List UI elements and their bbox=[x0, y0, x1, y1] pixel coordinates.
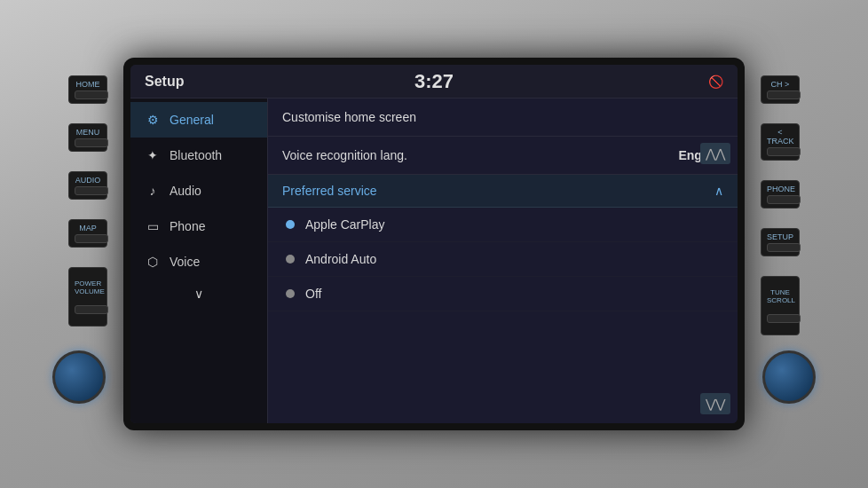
nav-item-phone[interactable]: ▭ Phone bbox=[130, 209, 267, 244]
hw-btn-power-volume[interactable]: POWER VOLUME bbox=[68, 267, 107, 327]
android-auto-option[interactable]: Android Auto bbox=[268, 242, 738, 277]
general-icon: ⚙ bbox=[145, 113, 161, 127]
nav-item-voice[interactable]: ⬡ Voice bbox=[130, 244, 267, 279]
nav-label-phone: Phone bbox=[170, 219, 205, 233]
preferred-service-label: Preferred service bbox=[282, 184, 377, 198]
hw-btn-phone[interactable]: PHONE bbox=[761, 180, 800, 209]
main-content: ⚙ General ✦ Bluetooth ♪ Audio ▭ Phone ⬡ bbox=[130, 98, 738, 423]
hw-btn-ch[interactable]: CH > bbox=[761, 75, 800, 104]
screen: Setup 3:27 🚫 ⚙ General ✦ Bluetooth ♪ Aud… bbox=[130, 65, 738, 423]
apple-carplay-option[interactable]: Apple CarPlay bbox=[268, 208, 738, 242]
nav-more-button[interactable]: ∨ bbox=[130, 279, 267, 308]
chevron-down-icon: ⋁⋁ bbox=[706, 397, 725, 411]
nav-label-bluetooth: Bluetooth bbox=[170, 148, 222, 162]
hw-btn-menu[interactable]: MENU bbox=[68, 123, 107, 152]
preferred-service-header[interactable]: Preferred service ∧ bbox=[268, 175, 738, 208]
android-auto-label: Android Auto bbox=[305, 252, 376, 266]
off-option[interactable]: Off bbox=[268, 277, 738, 311]
customise-home-screen-row[interactable]: Customise home screen bbox=[268, 98, 738, 137]
off-radio bbox=[286, 289, 295, 298]
voice-lang-label: Voice recognition lang. bbox=[282, 148, 407, 162]
customise-label: Customise home screen bbox=[282, 110, 416, 124]
right-hardware-buttons: CH > < TRACK PHONE SETUP TUNE SCROLL bbox=[761, 75, 800, 335]
screen-title: Setup bbox=[145, 74, 184, 90]
hw-btn-map[interactable]: MAP bbox=[68, 219, 107, 248]
nav-label-audio: Audio bbox=[170, 184, 201, 198]
nav-label-voice: Voice bbox=[170, 255, 200, 269]
apple-carplay-radio bbox=[286, 220, 295, 229]
chevron-down-icon: ∨ bbox=[194, 287, 203, 301]
voice-recognition-row[interactable]: Voice recognition lang. English bbox=[268, 137, 738, 175]
left-hardware-buttons: HOME MENU AUDIO MAP POWER VOLUME bbox=[68, 75, 107, 327]
off-label: Off bbox=[305, 287, 321, 301]
signal-icon: 🚫 bbox=[708, 75, 723, 89]
scroll-down-button[interactable]: ⋁⋁ bbox=[700, 393, 730, 414]
hw-btn-home[interactable]: HOME bbox=[68, 75, 107, 104]
nav-panel: ⚙ General ✦ Bluetooth ♪ Audio ▭ Phone ⬡ bbox=[130, 98, 268, 423]
nav-item-bluetooth[interactable]: ✦ Bluetooth bbox=[130, 138, 267, 173]
top-bar: Setup 3:27 🚫 bbox=[130, 65, 738, 98]
left-volume-knob[interactable] bbox=[52, 350, 106, 404]
nav-item-audio[interactable]: ♪ Audio bbox=[130, 173, 267, 209]
apple-carplay-label: Apple CarPlay bbox=[305, 217, 385, 232]
bluetooth-icon: ✦ bbox=[145, 148, 161, 162]
nav-label-general: General bbox=[170, 113, 214, 127]
hw-btn-tune-scroll[interactable]: TUNE SCROLL bbox=[761, 276, 800, 335]
hw-btn-track[interactable]: < TRACK bbox=[761, 123, 800, 161]
phone-icon: ▭ bbox=[145, 219, 161, 233]
scroll-up-button[interactable]: ⋀⋀ bbox=[700, 143, 730, 164]
hw-btn-audio[interactable]: AUDIO bbox=[68, 171, 107, 200]
voice-icon: ⬡ bbox=[145, 255, 161, 269]
nav-item-general[interactable]: ⚙ General bbox=[130, 102, 267, 138]
chevron-up-icon: ⋀⋀ bbox=[706, 146, 725, 161]
hw-btn-setup[interactable]: SETUP bbox=[761, 228, 800, 256]
android-auto-radio bbox=[286, 255, 295, 264]
head-unit: HOME MENU AUDIO MAP POWER VOLUME CH > < … bbox=[123, 58, 745, 430]
content-panel: ⋀⋀ Customise home screen Voice recogniti… bbox=[268, 98, 738, 423]
right-tune-knob[interactable] bbox=[762, 350, 816, 404]
chevron-up-icon: ∧ bbox=[714, 184, 723, 198]
audio-icon: ♪ bbox=[145, 184, 161, 198]
screen-time: 3:27 bbox=[414, 70, 454, 93]
